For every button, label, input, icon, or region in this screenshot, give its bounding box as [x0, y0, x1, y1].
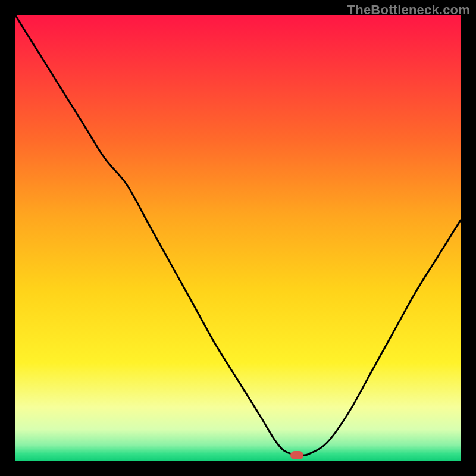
- watermark-text: TheBottleneck.com: [347, 2, 470, 18]
- optimal-point-marker: [290, 451, 303, 459]
- chart-frame: TheBottleneck.com: [0, 0, 476, 476]
- bottleneck-curve: [15, 15, 461, 461]
- plot-area: [15, 15, 461, 461]
